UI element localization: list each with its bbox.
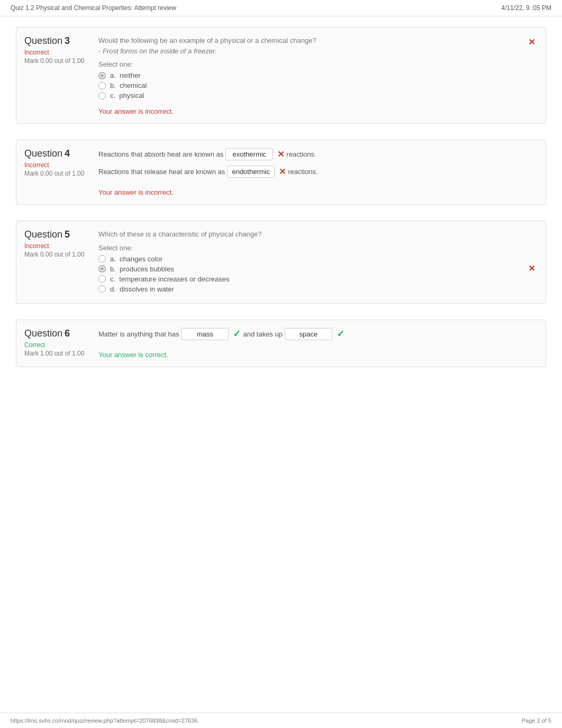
select-one-label-5: Select one: xyxy=(98,244,538,252)
radio-b-5 xyxy=(98,265,106,272)
fill-blank-row-4a: Reactions that absorb heat are known as … xyxy=(98,148,538,160)
fill-blank-row-6: Matter is anything that has mass ✓ and t… xyxy=(98,328,538,340)
question-status-6: Correct xyxy=(24,341,93,349)
question-mark-4: Mark 0.00 out of 1.00 xyxy=(24,170,93,177)
wrong-icon-5: ✕ xyxy=(528,263,535,274)
option-c-5: c. temperature increases or decreases xyxy=(98,275,538,283)
radio-b-3 xyxy=(98,82,106,89)
question-meta-6: Question 6 Correct Mark 1.00 out of 1.00 xyxy=(24,328,93,359)
question-label-5: Question 5 xyxy=(24,229,93,240)
question-status-5: Incorrect xyxy=(24,242,93,250)
question-label-6: Question 6 xyxy=(24,328,93,339)
question-label-3: Question 3 xyxy=(24,35,93,47)
select-one-label-3: Select one: xyxy=(98,60,538,68)
question-meta-4: Question 4 Incorrect Mark 0.00 out of 1.… xyxy=(24,148,93,196)
wrong-icon-4a: ✕ xyxy=(277,149,284,159)
question-block-3: Question 3 Incorrect Mark 0.00 out of 1.… xyxy=(16,27,546,124)
wrong-icon-3: ✕ xyxy=(528,37,535,47)
datetime: 4/11/22, 9 :05 PM xyxy=(501,4,551,12)
option-b-3: b. chemical xyxy=(98,81,538,89)
question-meta-5: Question 5 Incorrect Mark 0.00 out of 1.… xyxy=(24,229,93,295)
radio-a-5 xyxy=(98,255,106,262)
question-body-3: Would the following be an example of a p… xyxy=(93,35,538,115)
wrong-icon-4b: ✕ xyxy=(279,167,286,177)
radio-c-5 xyxy=(98,275,106,283)
option-a-5: a. changes color xyxy=(98,255,538,263)
blank-endothermic: endothermic xyxy=(227,166,275,178)
option-c-3: c. physical xyxy=(98,92,538,99)
question-status-4: Incorrect xyxy=(24,161,93,169)
correct-icon-6a: ✓ xyxy=(233,328,241,340)
question-text-5: Which of these is a characteristic of ph… xyxy=(98,229,538,240)
question-body-4: Reactions that absorb heat are known as … xyxy=(93,148,538,196)
option-a-3: a. neither xyxy=(98,71,538,79)
page-title: Quiz 1.2 Physical and Chemical Propertie… xyxy=(11,4,176,12)
option-b-5: b. produces bubbles xyxy=(98,265,538,273)
blank-mass: mass xyxy=(181,328,229,340)
question-meta-3: Question 3 Incorrect Mark 0.00 out of 1.… xyxy=(24,35,93,115)
question-block-6: Question 6 Correct Mark 1.00 out of 1.00… xyxy=(16,320,546,367)
correct-icon-6b: ✓ xyxy=(337,328,345,340)
question-body-5: Which of these is a characteristic of ph… xyxy=(93,229,538,295)
radio-c-3 xyxy=(98,92,106,99)
fill-blank-row-4b: Reactions that release heat are known as… xyxy=(98,166,538,178)
question-block-4: Question 4 Incorrect Mark 0.00 out of 1.… xyxy=(16,140,546,205)
feedback-3: Your answer is incorrect. xyxy=(98,107,538,115)
question-block-5: Question 5 Incorrect Mark 0.00 out of 1.… xyxy=(16,221,546,304)
question-mark-6: Mark 1.00 out of 1.00 xyxy=(24,350,93,357)
question-status-3: Incorrect xyxy=(24,49,93,56)
radio-d-5 xyxy=(98,285,106,293)
footer-url: https://lms.svhs.co/mod/quiz/review.php?… xyxy=(11,717,197,724)
question-mark-5: Mark 0.00 out of 1.00 xyxy=(24,251,93,258)
question-text-3: Would the following be an example of a p… xyxy=(98,35,538,56)
top-bar: Quiz 1.2 Physical and Chemical Propertie… xyxy=(0,0,562,16)
radio-a-3 xyxy=(98,72,106,79)
feedback-4: Your answer is incorrect. xyxy=(98,188,538,196)
feedback-6: Your answer is correct. xyxy=(98,351,538,359)
blank-space: space xyxy=(285,328,332,340)
footer-page: Page 2 of 5 xyxy=(522,717,551,724)
question-label-4: Question 4 xyxy=(24,148,93,159)
question-body-6: Matter is anything that has mass ✓ and t… xyxy=(93,328,538,359)
main-content: Question 3 Incorrect Mark 0.00 out of 1.… xyxy=(0,16,562,415)
blank-exothermic: exothermic xyxy=(225,148,273,160)
footer: https://lms.svhs.co/mod/quiz/review.php?… xyxy=(0,713,562,728)
option-d-5: d. dissolves in water xyxy=(98,285,538,293)
question-mark-3: Mark 0.00 out of 1.00 xyxy=(24,57,93,65)
